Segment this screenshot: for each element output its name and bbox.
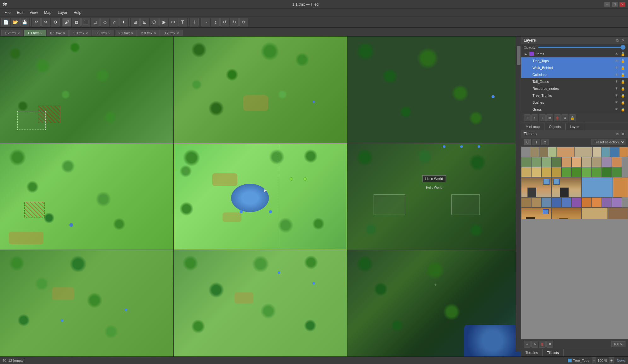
layer-tall-grass[interactable]: Tall_Grass 👁 🔒 [521, 78, 628, 85]
map-cell-top-center[interactable] [174, 37, 347, 143]
tab-4[interactable]: 0.0.tmx ✕ [92, 30, 114, 36]
menu-edit[interactable]: Edit [14, 10, 26, 15]
save-button[interactable]: 💾 [20, 18, 29, 26]
layer-walk-behind-lock[interactable]: 🔒 [620, 65, 625, 70]
tileset-selector[interactable]: Tileset selection [591, 139, 625, 145]
redo-button[interactable]: ↪ [41, 18, 50, 26]
zoom-decrease-button[interactable]: - [592, 357, 596, 363]
tab-2[interactable]: 0.1.tmx ✕ [47, 30, 69, 36]
map-cell-bottom-right[interactable]: + [347, 250, 521, 356]
tileset-tab-0[interactable]: 0 [524, 139, 531, 145]
text-tool[interactable]: T [178, 18, 187, 26]
delete-tileset-button[interactable]: 🗑 [539, 341, 546, 348]
close-button[interactable]: ✕ [619, 2, 625, 7]
layer-resource-nodes-lock[interactable]: 🔒 [620, 86, 625, 91]
layer-bushes-lock[interactable]: 🔒 [620, 100, 625, 105]
point-tool[interactable]: ◉ [159, 18, 168, 26]
menu-file[interactable]: File [1, 10, 14, 15]
magic-wand-tool[interactable]: ✦ [119, 18, 128, 26]
undo-button[interactable]: ↩ [32, 18, 41, 26]
add-tileset-button[interactable]: + [524, 341, 531, 348]
map-viewport[interactable]: ▶ Hello World Hello World [0, 37, 521, 356]
tab-close-0[interactable]: ✕ [17, 32, 20, 35]
maximize-button[interactable]: □ [612, 2, 618, 7]
map-cell-middle-center[interactable]: ▶ [174, 143, 347, 250]
polygon-tool[interactable]: ⬡ [150, 18, 159, 26]
tileset-tab-2[interactable]: 2 [541, 139, 549, 145]
open-button[interactable]: 📂 [11, 18, 20, 26]
map-cell-top-right[interactable] [347, 37, 521, 143]
layer-grass-lock[interactable]: 🔒 [620, 107, 625, 112]
tab-tilesets[interactable]: Tilesets [543, 349, 564, 356]
shape-fill-tool[interactable]: □ [91, 18, 100, 26]
layer-items-lock[interactable]: 🔒 [620, 51, 625, 56]
layers-close-button[interactable]: ✕ [620, 38, 625, 43]
layer-settings-button[interactable]: ⚙ [561, 114, 568, 121]
layers-float-button[interactable]: ⧉ [615, 38, 620, 43]
layer-bushes[interactable]: Bushes 👁 🔒 [521, 99, 628, 106]
object-rect-2[interactable] [451, 194, 480, 215]
layer-walk-behind[interactable]: Walk_Behind 👁 🔒 [521, 64, 628, 71]
tab-6[interactable]: 2.0.tmx ✕ [137, 30, 160, 36]
layer-items-eye[interactable]: 👁 [614, 51, 619, 56]
layer-grass-eye[interactable]: 👁 [614, 107, 619, 112]
terrain-tool[interactable]: ▦ [72, 18, 81, 26]
layer-tree-trunks-eye[interactable]: 👁 [614, 93, 619, 98]
tab-0[interactable]: 1.2.tmx ✕ [1, 30, 23, 36]
edit-tileset-button[interactable]: ✎ [531, 341, 538, 348]
stamp-tool[interactable]: 🖌 [62, 18, 71, 26]
tilesets-float-button[interactable]: ⧉ [615, 131, 620, 136]
zoom-increase-button[interactable]: + [609, 357, 614, 363]
new-button[interactable]: 📄 [1, 18, 10, 26]
menu-help[interactable]: Help [70, 10, 84, 15]
ellipse-tool[interactable]: ⬭ [169, 18, 177, 26]
layer-tree-tops-eye[interactable]: 👁 [614, 58, 619, 63]
tab-5[interactable]: 2.1.tmx ✕ [115, 30, 137, 36]
eraser-tool[interactable]: ◇ [100, 18, 109, 26]
fill-tool[interactable]: ⬛ [81, 18, 90, 26]
tab-7[interactable]: 0.2.tmx ✕ [160, 30, 183, 36]
add-layer-button[interactable]: + [524, 114, 531, 121]
group-expand-icon[interactable]: ▶ [524, 52, 528, 56]
layer-tree-tops-lock[interactable]: 🔒 [620, 58, 625, 63]
tab-minimap[interactable]: Mini-map [521, 123, 544, 130]
duplicate-layer-button[interactable]: ⧉ [546, 114, 553, 121]
tab-close-4[interactable]: ✕ [108, 32, 111, 35]
layer-collisions-eye[interactable]: 👁 [614, 72, 619, 77]
pan-tool[interactable]: ✛ [190, 18, 199, 26]
rotate-left-tool[interactable]: ↺ [220, 18, 229, 26]
tab-close-3[interactable]: ✕ [85, 32, 88, 35]
map-cell-middle-right[interactable]: Hello World Hello World [347, 143, 521, 250]
statusbar-zoom-control[interactable]: - 100 % + [592, 357, 614, 363]
layer-walk-behind-eye[interactable]: 👁 [614, 65, 619, 70]
tab-close-5[interactable]: ✕ [131, 32, 133, 35]
menu-view[interactable]: View [26, 10, 41, 15]
layer-items-group[interactable]: ▶ Items 👁 🔒 [521, 50, 628, 57]
tab-1[interactable]: 1.1.tmx ✕ [24, 30, 46, 36]
menu-map[interactable]: Map [41, 10, 55, 15]
tab-close-6[interactable]: ✕ [154, 32, 156, 35]
move-layer-down-button[interactable]: ↓ [539, 114, 546, 121]
object-stamp-tool[interactable]: ⊞ [131, 18, 140, 26]
transform-tool[interactable]: ⟳ [239, 18, 248, 26]
layer-tree-trunks[interactable]: Tree_Trunks 👁 🔒 [521, 92, 628, 99]
opacity-slider[interactable] [538, 47, 625, 48]
statusbar-news[interactable]: News [617, 359, 625, 362]
layer-tall-grass-eye[interactable]: 👁 [614, 79, 619, 84]
vertical-scroll-thumb[interactable] [517, 46, 520, 65]
minimize-button[interactable]: ─ [604, 2, 610, 7]
tab-terrains[interactable]: Terrains [521, 349, 543, 356]
tileset-tab-1[interactable]: 1 [532, 139, 540, 145]
tab-close-1[interactable]: ✕ [40, 32, 43, 35]
layer-collisions[interactable]: Collisions 👁 🔒 [521, 71, 628, 78]
delete-layer-button[interactable]: 🗑 [554, 114, 561, 121]
tab-close-7[interactable]: ✕ [177, 32, 179, 35]
tilesets-close-button[interactable]: ✕ [620, 131, 625, 136]
layer-bushes-eye[interactable]: 👁 [614, 100, 619, 105]
tab-close-2[interactable]: ✕ [63, 32, 65, 35]
menu-layer[interactable]: Layer [55, 10, 70, 15]
map-cell-bottom-left[interactable] [0, 250, 173, 356]
move-layer-up-button[interactable]: ↑ [531, 114, 538, 121]
tab-objects[interactable]: Objects [544, 123, 565, 130]
flip-h-tool[interactable]: ↔ [201, 18, 210, 26]
